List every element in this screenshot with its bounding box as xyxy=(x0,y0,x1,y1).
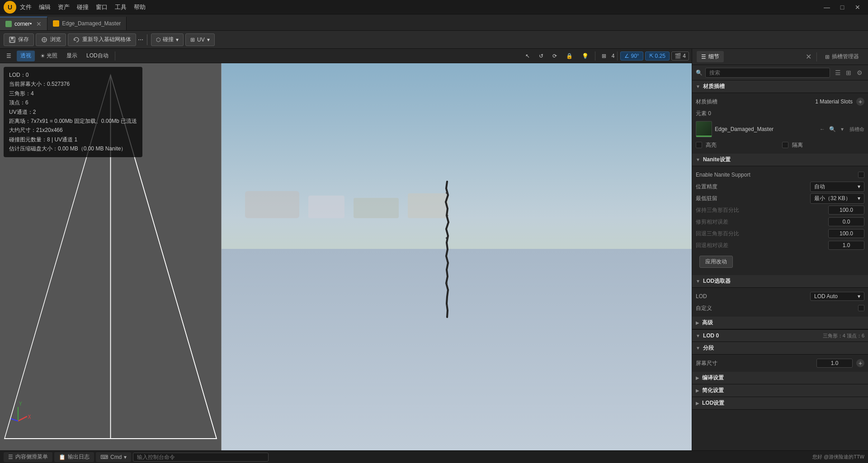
list-view-button[interactable]: ☰ xyxy=(833,68,843,78)
scene-viewport[interactable] xyxy=(222,63,692,450)
browse-button[interactable]: 浏览 xyxy=(36,33,66,46)
camera-speed[interactable]: 🎬 4 xyxy=(671,51,689,61)
viewport-content[interactable]: LOD：0 当前屏幕大小：0.527376 三角形：4 顶点：6 UV通道：2 … xyxy=(0,63,692,450)
cmd-button[interactable]: ⌨ Cmd ▾ xyxy=(96,452,131,462)
tab-corner[interactable]: corner• ✕ xyxy=(0,17,47,30)
highlight-checkbox[interactable] xyxy=(696,142,702,148)
fallback-relative-label: 回退相对误差 xyxy=(696,242,825,249)
keep-triangle-row: 保持三角形百分比 100.0 xyxy=(692,204,868,216)
content-sidebar-button[interactable]: ☰ 内容侧滑菜单 xyxy=(4,452,52,462)
sun-icon: ☀ xyxy=(40,53,45,59)
menu-help[interactable]: 帮助 xyxy=(134,3,146,11)
main-layout: ☰ 透视 ☀ 光照 显示 LOD自动 ↖ ↺ ⟳ 🔒 💡 xyxy=(0,49,868,450)
position-precision-dropdown[interactable]: 自动 ▾ xyxy=(810,182,864,192)
detail-panel-close[interactable]: ✕ xyxy=(804,52,813,61)
lod0-header[interactable]: ▼ LOD 0 三角形：4 顶点：6 xyxy=(692,329,868,342)
reimport-button[interactable]: 重新导入基础网格体 xyxy=(68,33,136,46)
lod-button[interactable]: LOD自动 xyxy=(83,51,112,61)
save-button[interactable]: 保存 xyxy=(4,33,34,46)
add-material-slot-button[interactable]: + xyxy=(856,98,864,106)
material-back-button[interactable]: ← xyxy=(818,125,827,134)
advanced-header[interactable]: ▶ 高级 xyxy=(692,317,868,329)
view-icons: ☰ ⊞ ⚙ xyxy=(833,68,864,78)
custom-checkbox[interactable] xyxy=(858,305,864,311)
menu-file[interactable]: 文件 xyxy=(20,3,32,11)
edge-tab-label: Edge_Damaged_Master xyxy=(62,20,121,27)
custom-row: 自定义 xyxy=(692,302,868,314)
advanced-title: 高级 xyxy=(702,319,713,327)
nanite-section-header[interactable]: ▼ Nanite设置 xyxy=(692,154,868,166)
titlebar: U 文件 编辑 资产 碰撞 窗口 工具 帮助 — □ ✕ xyxy=(0,0,868,14)
position-precision-row: 位置精度 自动 ▾ xyxy=(692,181,868,192)
lod-picker-title: LOD选取器 xyxy=(703,277,731,285)
material-more-button[interactable]: ▾ xyxy=(838,125,847,134)
object-svg xyxy=(438,179,456,324)
fov-value: 90° xyxy=(631,53,639,59)
panel-header: ☰ 细节 ✕ ⊞ 插槽管理器 xyxy=(692,49,868,65)
min-residency-dropdown[interactable]: 最小（32 KB） ▾ xyxy=(810,193,864,204)
screen-size-add-button[interactable]: + xyxy=(856,359,864,367)
move-tool-button[interactable]: ↖ xyxy=(522,51,533,61)
scale-control[interactable]: ⇱ 0.25 xyxy=(645,51,670,61)
corner-tab-label: corner• xyxy=(14,21,32,27)
corner-tab-close[interactable]: ✕ xyxy=(36,20,42,28)
collision-button[interactable]: ⬡ 碰撞 ▾ xyxy=(151,33,184,46)
min-residency-value: 最小（32 KB） xyxy=(814,195,851,202)
grid-button[interactable]: ⊞ xyxy=(598,51,610,61)
stat-uv: UV通道：2 xyxy=(9,108,137,117)
keep-triangle-value: 100.0 xyxy=(828,206,864,215)
menu-edit[interactable]: 编辑 xyxy=(39,3,51,11)
stat-estimated-size: 估计压缩磁盘大小：0.00 MB（0.00 MB Nanite） xyxy=(9,144,137,153)
trim-relative-row: 修剪相对误差 0.0 xyxy=(692,216,868,228)
hamburger-menu-button[interactable]: ☰ xyxy=(3,51,15,61)
refresh-button[interactable]: ⟳ xyxy=(549,51,561,61)
lod-dropdown[interactable]: LOD Auto ▾ xyxy=(810,292,864,301)
enable-nanite-checkbox[interactable] xyxy=(858,172,864,178)
lod-picker-header[interactable]: ▼ LOD选取器 xyxy=(692,275,868,288)
build-settings-header[interactable]: ▶ 编译设置 xyxy=(692,372,868,384)
menu-asset[interactable]: 资产 xyxy=(58,3,70,11)
ground-plane xyxy=(222,249,692,450)
browse-icon xyxy=(41,36,48,43)
show-button[interactable]: 显示 xyxy=(63,51,81,61)
reduction-settings-header[interactable]: ▶ 简化设置 xyxy=(692,384,868,397)
collision-dropdown-icon: ▾ xyxy=(176,37,179,43)
lod-settings-header[interactable]: ▶ LOD设置 xyxy=(692,397,868,410)
statusbar: ☰ 内容侧滑菜单 📋 输出日志 ⌨ Cmd ▾ 您好 @游侠险途的TTW xyxy=(0,450,868,463)
search-input[interactable] xyxy=(705,68,830,78)
window-controls: — □ ✕ xyxy=(820,3,864,12)
console-input[interactable] xyxy=(133,453,269,462)
uv-button[interactable]: ⊞ UV ▾ xyxy=(185,33,215,46)
rotate-tool-button[interactable]: ↺ xyxy=(535,51,547,61)
menu-tools[interactable]: 工具 xyxy=(115,3,127,11)
tab-edge[interactable]: Edge_Damaged_Master xyxy=(47,17,127,30)
slots-tab[interactable]: ⊞ 插槽管理器 xyxy=(821,51,863,62)
wireframe-viewport[interactable]: LOD：0 当前屏幕大小：0.527376 三角形：4 顶点：6 UV通道：2 … xyxy=(0,63,222,450)
material-slots-header[interactable]: ▼ 材质插槽 xyxy=(692,80,868,93)
lock-button[interactable]: 🔒 xyxy=(562,51,576,61)
apply-changes-button[interactable]: 应用改动 xyxy=(699,256,733,268)
detail-tab[interactable]: ☰ 细节 xyxy=(697,51,724,62)
screen-size-value: 1.0 xyxy=(816,359,853,368)
viewport-toolbar: ☰ 透视 ☀ 光照 显示 LOD自动 ↖ ↺ ⟳ 🔒 💡 xyxy=(0,49,692,63)
svg-point-17 xyxy=(446,282,448,284)
perspective-button[interactable]: 透视 xyxy=(17,51,35,61)
menu-collision[interactable]: 碰撞 xyxy=(77,3,89,11)
output-log-button[interactable]: 📋 输出日志 xyxy=(54,452,94,462)
subdivision-header[interactable]: ▼ 分段 xyxy=(692,342,868,355)
material-browse-button[interactable]: 🔍 xyxy=(828,125,837,134)
minimize-button[interactable]: — xyxy=(820,3,834,12)
lighting-button[interactable]: ☀ 光照 xyxy=(37,51,61,61)
perspective-label: 透视 xyxy=(20,52,31,60)
subdivision-content: 屏幕尺寸 1.0 + xyxy=(692,355,868,372)
menu-window[interactable]: 窗口 xyxy=(96,3,108,11)
close-button[interactable]: ✕ xyxy=(851,3,864,12)
settings-icon-button[interactable]: ⚙ xyxy=(854,68,864,78)
grid-view-button[interactable]: ⊞ xyxy=(844,68,854,78)
fov-control[interactable]: ∠ 90° xyxy=(620,51,643,61)
camera-num: 4 xyxy=(683,53,686,59)
lamp-button[interactable]: 💡 xyxy=(578,51,592,61)
isolate-checkbox[interactable] xyxy=(782,142,788,148)
maximize-button[interactable]: □ xyxy=(835,3,849,12)
min-residency-label: 最低驻留 xyxy=(696,195,807,202)
